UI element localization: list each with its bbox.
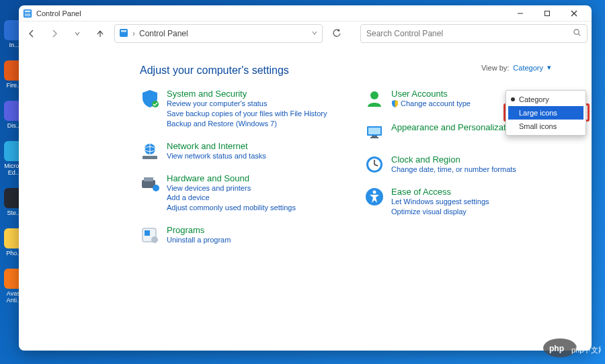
category-title[interactable]: Ease of Access xyxy=(391,187,489,197)
control-panel-icon xyxy=(119,28,128,40)
svg-point-17 xyxy=(153,185,159,191)
close-button[interactable] xyxy=(561,5,588,21)
minimize-button[interactable] xyxy=(507,5,534,21)
svg-text:php中文网: php中文网 xyxy=(571,346,601,354)
category-title[interactable]: System and Security xyxy=(167,89,327,99)
category-programs: ProgramsUninstall a program xyxy=(140,225,340,245)
window-title: Control Panel xyxy=(36,9,81,17)
category-link[interactable]: Optimize visual display xyxy=(391,207,489,217)
forward-button[interactable] xyxy=(46,25,63,42)
category-title[interactable]: Programs xyxy=(167,225,231,235)
view-by-label: View by: xyxy=(481,64,509,72)
svg-rect-24 xyxy=(372,136,377,137)
refresh-button[interactable] xyxy=(328,25,346,42)
chevron-down-icon[interactable] xyxy=(311,29,318,38)
hardware-and-sound-icon xyxy=(140,173,160,193)
breadcrumb-location[interactable]: Control Panel xyxy=(139,29,188,38)
control-panel-icon xyxy=(23,9,32,18)
programs-icon xyxy=(140,225,160,245)
toolbar: › Control Panel Search Control Panel xyxy=(19,21,592,46)
category-title[interactable]: Appearance and Personalization xyxy=(391,122,518,132)
category-link[interactable]: View devices and printers xyxy=(167,183,296,193)
dropdown-item-large-icons[interactable]: Large icons xyxy=(508,106,583,120)
svg-rect-2 xyxy=(25,13,31,16)
svg-text:php: php xyxy=(549,344,564,353)
content-area: Adjust your computer's settings View by:… xyxy=(19,46,592,351)
titlebar: Control Panel xyxy=(19,5,592,21)
recent-locations-button[interactable] xyxy=(69,25,86,42)
category-system-and-security: System and SecurityReview your computer'… xyxy=(140,89,340,129)
category-clock-and-region: Clock and RegionChange date, time, or nu… xyxy=(364,154,565,175)
category-title[interactable]: Network and Internet xyxy=(167,141,266,151)
watermark: php php中文网 xyxy=(543,338,601,360)
dropdown-item-category[interactable]: Category xyxy=(508,93,583,106)
svg-point-9 xyxy=(574,30,579,34)
svg-rect-4 xyxy=(545,11,550,15)
category-link[interactable]: Adjust commonly used mobility settings xyxy=(167,203,296,213)
category-title[interactable]: User Accounts xyxy=(391,89,471,99)
search-input[interactable]: Search Control Panel xyxy=(360,24,588,43)
category-link[interactable]: Save backup copies of your files with Fi… xyxy=(167,109,327,119)
svg-rect-16 xyxy=(144,177,153,181)
left-column: System and SecurityReview your computer'… xyxy=(140,89,340,245)
svg-point-20 xyxy=(151,236,158,243)
up-button[interactable] xyxy=(91,25,109,42)
dropdown-item-small-icons[interactable]: Small icons xyxy=(508,120,583,133)
control-panel-window: Control Panel › Control Panel Search Con… xyxy=(19,5,592,351)
category-link[interactable]: View network status and tasks xyxy=(167,151,266,161)
svg-rect-1 xyxy=(25,10,31,12)
category-link[interactable]: Add a device xyxy=(167,193,296,203)
category-title[interactable]: Clock and Region xyxy=(391,154,516,165)
ease-of-access-icon xyxy=(364,187,385,207)
search-icon xyxy=(573,28,581,39)
view-by-dropdown: CategoryLarge iconsSmall icons xyxy=(506,90,586,136)
search-placeholder: Search Control Panel xyxy=(366,29,443,38)
network-and-internet-icon xyxy=(140,141,160,161)
svg-rect-8 xyxy=(121,30,126,32)
chevron-right-icon: › xyxy=(132,29,135,38)
category-link[interactable]: Change account type xyxy=(391,99,471,110)
category-link[interactable]: Backup and Restore (Windows 7) xyxy=(167,119,327,129)
category-link[interactable]: Change date, time, or number formats xyxy=(391,165,516,175)
category-hardware-and-sound: Hardware and SoundView devices and print… xyxy=(140,173,340,214)
svg-rect-7 xyxy=(120,29,128,37)
shield-icon xyxy=(391,100,399,110)
view-by-value[interactable]: Category xyxy=(513,64,543,72)
svg-point-21 xyxy=(370,91,378,99)
svg-line-10 xyxy=(578,34,580,36)
category-ease-of-access: Ease of AccessLet Windows suggest settin… xyxy=(364,187,565,217)
svg-rect-19 xyxy=(145,230,150,236)
category-title[interactable]: Hardware and Sound xyxy=(167,173,296,183)
category-link[interactable]: Let Windows suggest settings xyxy=(391,197,489,207)
category-link[interactable]: Uninstall a program xyxy=(167,235,231,245)
back-button[interactable] xyxy=(23,25,40,42)
user-accounts-icon xyxy=(364,89,385,109)
svg-point-31 xyxy=(373,190,376,193)
svg-rect-23 xyxy=(368,128,380,134)
svg-rect-14 xyxy=(143,156,157,159)
category-columns: System and SecurityReview your computer'… xyxy=(140,89,565,245)
chevron-down-icon[interactable]: ▾ xyxy=(547,63,551,72)
svg-rect-25 xyxy=(370,137,378,138)
clock-and-region-icon xyxy=(364,154,385,175)
category-link[interactable]: Review your computer's status xyxy=(167,99,327,109)
view-by-control: View by: Category ▾ CategoryLarge iconsS… xyxy=(481,63,551,72)
system-and-security-icon xyxy=(140,89,160,109)
address-bar[interactable]: › Control Panel xyxy=(114,24,323,43)
svg-point-11 xyxy=(152,101,159,107)
category-network-and-internet: Network and InternetView network status … xyxy=(140,141,340,161)
appearance-and-personalization-icon xyxy=(364,122,385,142)
maximize-button[interactable] xyxy=(534,5,561,21)
